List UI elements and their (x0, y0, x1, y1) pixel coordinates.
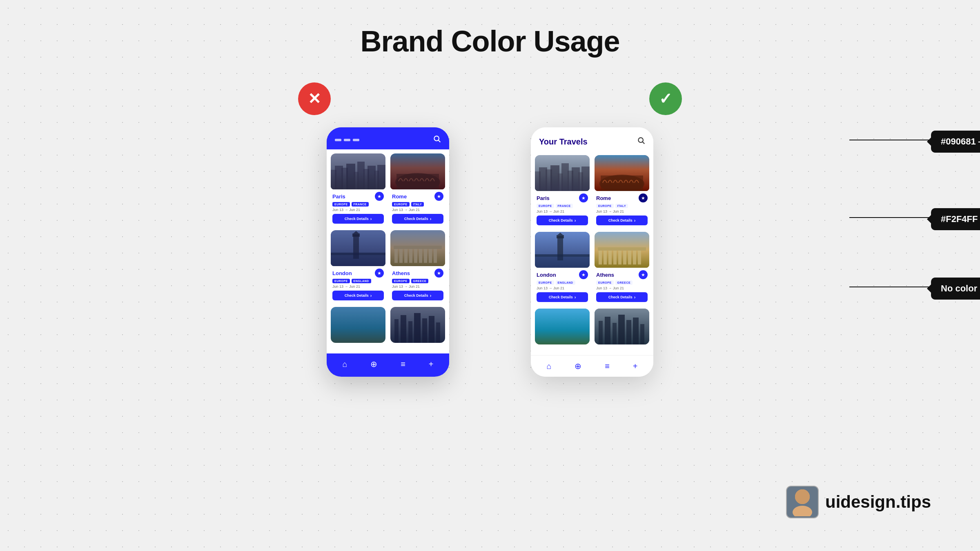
athens-check-btn-good[interactable]: Check Details › (596, 292, 648, 302)
svg-rect-24 (331, 230, 385, 266)
svg-rect-69 (535, 254, 590, 268)
logo-avatar (786, 486, 819, 518)
paris-date-good: Jun 13 → Jun 21 (537, 209, 588, 213)
svg-rect-51 (535, 171, 541, 191)
nav-globe-good[interactable]: ⊕ (575, 361, 581, 371)
london-tag1-good: EUROPE (537, 280, 554, 285)
rome-star-bad[interactable]: ★ (434, 192, 443, 201)
card-london-bad: London ★ EUROPE ENGLAND Jun 13 → Jun 21 … (331, 230, 385, 302)
london-check-btn-bad[interactable]: Check Details › (332, 291, 384, 300)
rome-tag2-good: ITALY (615, 204, 628, 208)
paris-name-good: Paris (537, 195, 550, 201)
status-icons-row: ✕ ✓ (0, 82, 980, 115)
london-date-good: Jun 13 → Jun 21 (537, 286, 588, 290)
svg-rect-7 (354, 172, 359, 189)
bad-phone-content: Paris ★ EUROPE FRANCE Jun 13 → Jun 21 Ch… (327, 149, 449, 353)
london-bad-body: London ★ EUROPE ENGLAND Jun 13 → Jun 21 … (331, 266, 385, 302)
rome-name-good: Rome (596, 195, 611, 201)
bad-phone: Paris ★ EUROPE FRANCE Jun 13 → Jun 21 Ch… (327, 127, 449, 377)
paris-tag1-bad: EUROPE (332, 202, 350, 207)
london-tags-bad: EUROPE ENGLAND (332, 279, 384, 283)
london-tags-good: EUROPE ENGLAND (537, 280, 588, 285)
paris-star-good[interactable]: ★ (579, 193, 588, 202)
athens-star-good[interactable]: ★ (639, 270, 648, 279)
athens-name-good: Athens (596, 272, 614, 278)
athens-tag1-good: EUROPE (596, 280, 614, 285)
svg-rect-87 (626, 320, 631, 344)
rome-name-bad: Rome (392, 193, 407, 200)
svg-point-95 (795, 489, 810, 504)
page-title: Brand Color Usage (0, 0, 980, 58)
london-check-btn-good[interactable]: Check Details › (537, 292, 588, 302)
paris-bad-body: Paris ★ EUROPE FRANCE Jun 13 → Jun 21 Ch… (331, 189, 385, 225)
london-date-bad: Jun 13 → Jun 21 (332, 284, 384, 289)
svg-rect-60 (581, 167, 590, 191)
annotation-darker-label: #090681 — Darker / Shade (931, 131, 980, 153)
coastal-image-bad (331, 307, 385, 343)
athens-tags-good: EUROPE GREECE (596, 280, 648, 285)
svg-rect-63 (601, 176, 643, 191)
cards-grid-good: Paris ★ EUROPE FRANCE Jun 13 → Jun 21 Ch… (535, 155, 649, 344)
avatar-illustration (790, 488, 815, 516)
nav-globe-bad[interactable]: ⊕ (370, 359, 377, 369)
athens-date-bad: Jun 13 → Jun 21 (392, 284, 443, 289)
search-icon-good[interactable] (637, 136, 645, 147)
city-image-good (595, 309, 649, 344)
athens-tags-bad: EUROPE GREECE (392, 279, 443, 283)
svg-rect-54 (550, 165, 559, 191)
london-image-bad (331, 230, 385, 266)
card-city-good (595, 309, 649, 344)
rome-bad-body: Rome ★ EUROPE ITALY Jun 13 → Jun 21 Chec… (390, 189, 445, 225)
london-name-bad: London (332, 270, 352, 276)
search-icon[interactable] (433, 135, 441, 145)
nav-home-bad[interactable]: ⌂ (342, 360, 347, 369)
athens-tag2-bad: GREECE (411, 279, 429, 283)
paris-star-bad[interactable]: ★ (375, 192, 384, 201)
svg-rect-38 (331, 307, 385, 343)
nav-plus-bad[interactable]: + (429, 360, 434, 369)
svg-point-94 (793, 506, 812, 516)
paris-check-btn-bad[interactable]: Check Details › (332, 214, 384, 224)
athens-image-bad (390, 230, 445, 266)
svg-rect-56 (561, 163, 569, 191)
rome-check-btn-bad[interactable]: Check Details › (392, 214, 443, 224)
rome-star-good[interactable]: ★ (639, 193, 648, 202)
rome-tag1-bad: EUROPE (392, 202, 410, 207)
svg-rect-36 (390, 230, 445, 266)
svg-rect-80 (598, 247, 646, 251)
paris-check-btn-good[interactable]: Check Details › (537, 216, 588, 225)
paris-date-bad: Jun 13 → Jun 21 (332, 208, 384, 212)
svg-rect-75 (618, 249, 621, 264)
nav-plus-good[interactable]: + (633, 362, 638, 371)
athens-bad-body: Athens ★ EUROPE GREECE Jun 13 → Jun 21 C… (390, 266, 445, 302)
nav-bars-good[interactable]: ≡ (605, 362, 610, 371)
london-tag2-good: ENGLAND (556, 280, 575, 285)
logo-area: uidesign.tips (786, 486, 931, 518)
athens-check-btn-bad[interactable]: Check Details › (392, 291, 443, 300)
paris-image-bad (331, 153, 385, 189)
paris-tags-bad: EUROPE FRANCE (332, 202, 384, 207)
rome-check-btn-good[interactable]: Check Details › (596, 216, 648, 225)
paris-tag2-good: FRANCE (556, 204, 573, 208)
rome-date-bad: Jun 13 → Jun 21 (392, 208, 443, 212)
svg-rect-58 (572, 167, 580, 191)
athens-star-bad[interactable]: ★ (434, 269, 443, 278)
svg-rect-59 (578, 172, 583, 191)
svg-rect-66 (557, 235, 564, 238)
annotation-lighter-label: #F2F4FF — Lighter / Tint (931, 208, 980, 230)
status-bar (335, 139, 359, 141)
nav-bars-bad[interactable]: ≡ (401, 360, 405, 369)
good-phone-header: Your Travels (531, 127, 653, 151)
london-star-bad[interactable]: ★ (375, 269, 384, 278)
card-paris-bad: Paris ★ EUROPE FRANCE Jun 13 → Jun 21 Ch… (331, 153, 385, 225)
nav-home-good[interactable]: ⌂ (546, 362, 551, 371)
london-star-good[interactable]: ★ (579, 270, 588, 279)
svg-point-48 (638, 138, 643, 142)
good-phone-title: Your Travels (539, 137, 588, 147)
paris-tag1-good: EUROPE (537, 204, 554, 208)
paris-image-good (535, 155, 590, 191)
athens-image-good (595, 232, 649, 268)
svg-rect-79 (638, 250, 641, 264)
logo-text: uidesign.tips (825, 492, 931, 512)
athens-good-body: Athens ★ EUROPE GREECE Jun 13 → Jun 21 C… (595, 268, 649, 304)
